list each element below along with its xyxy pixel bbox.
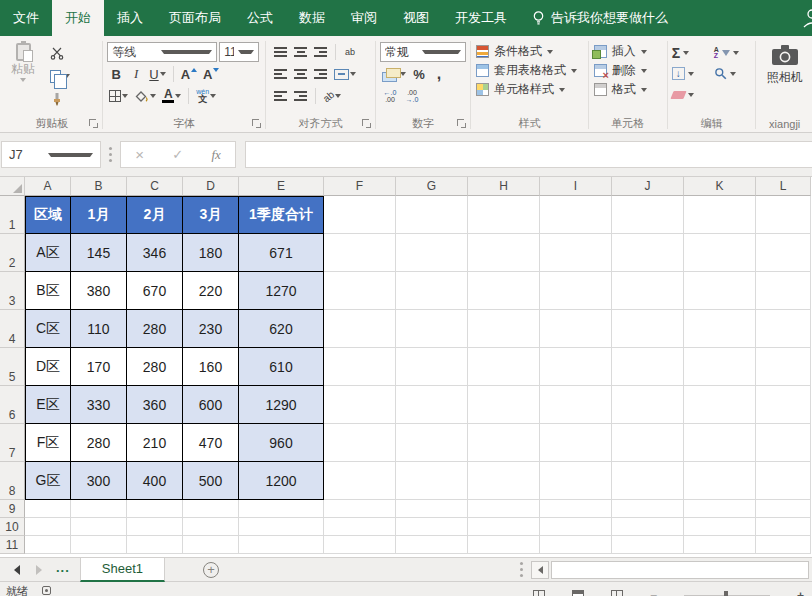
cell-D9[interactable] bbox=[183, 500, 239, 518]
cell-C1[interactable]: 2月 bbox=[127, 196, 183, 234]
cell-I8[interactable] bbox=[540, 462, 612, 500]
font-size-combo[interactable]: 11 bbox=[219, 42, 259, 62]
fill-color-button[interactable] bbox=[132, 86, 158, 106]
align-left-button[interactable] bbox=[272, 64, 290, 84]
cell-G1[interactable] bbox=[396, 196, 468, 234]
menu-tab-1[interactable]: 开始 bbox=[52, 0, 104, 36]
number-dialog-launcher[interactable] bbox=[457, 119, 466, 128]
cut-button[interactable] bbox=[48, 43, 72, 63]
column-header-G[interactable]: G bbox=[396, 177, 468, 196]
cell-D1[interactable]: 3月 bbox=[183, 196, 239, 234]
cell-L6[interactable] bbox=[756, 386, 811, 424]
cell-E10[interactable] bbox=[239, 518, 324, 536]
cell-J1[interactable] bbox=[612, 196, 684, 234]
cell-B6[interactable]: 330 bbox=[71, 386, 127, 424]
cell-E8[interactable]: 1200 bbox=[239, 462, 324, 500]
cell-D3[interactable]: 220 bbox=[183, 272, 239, 310]
borders-button[interactable] bbox=[107, 86, 130, 106]
cell-F9[interactable] bbox=[324, 500, 396, 518]
normal-view-icon[interactable] bbox=[533, 590, 545, 596]
cell-B10[interactable] bbox=[71, 518, 127, 536]
cell-H2[interactable] bbox=[468, 234, 540, 272]
decrease-decimal-button[interactable]: .00→.0 bbox=[402, 89, 422, 103]
find-select-button[interactable] bbox=[711, 67, 753, 80]
format-painter-button[interactable] bbox=[48, 89, 72, 109]
cell-E2[interactable]: 671 bbox=[239, 234, 324, 272]
column-header-J[interactable]: J bbox=[612, 177, 684, 196]
cell-F10[interactable] bbox=[324, 518, 396, 536]
cancel-button[interactable]: × bbox=[135, 146, 144, 163]
cell-K8[interactable] bbox=[684, 462, 756, 500]
cell-J11[interactable] bbox=[612, 536, 684, 554]
increase-decimal-button[interactable]: ←.0.00 bbox=[380, 89, 400, 103]
number-format-combo[interactable]: 常规 bbox=[380, 42, 466, 62]
row-header-1[interactable]: 1 bbox=[0, 196, 25, 234]
cell-A8[interactable]: G区 bbox=[25, 462, 71, 500]
enter-button[interactable]: ✓ bbox=[172, 147, 183, 162]
increase-indent-button[interactable] bbox=[292, 86, 310, 106]
cell-I6[interactable] bbox=[540, 386, 612, 424]
phonetic-guide-button[interactable]: wén文 bbox=[194, 86, 218, 106]
cell-D7[interactable]: 470 bbox=[183, 424, 239, 462]
cell-G8[interactable] bbox=[396, 462, 468, 500]
cell-C9[interactable] bbox=[127, 500, 183, 518]
account-button[interactable] bbox=[800, 0, 812, 36]
cell-K7[interactable] bbox=[684, 424, 756, 462]
cell-C6[interactable]: 360 bbox=[127, 386, 183, 424]
menu-tab-2[interactable]: 插入 bbox=[104, 0, 156, 36]
cell-D10[interactable] bbox=[183, 518, 239, 536]
wrap-text-button[interactable]: ab bbox=[341, 42, 359, 62]
column-header-A[interactable]: A bbox=[25, 177, 71, 196]
cell-J8[interactable] bbox=[612, 462, 684, 500]
formula-input[interactable] bbox=[245, 141, 812, 168]
cell-J7[interactable] bbox=[612, 424, 684, 462]
conditional-formatting-button[interactable]: 条件格式 bbox=[472, 42, 587, 61]
menu-tab-8[interactable]: 开发工具 bbox=[442, 0, 520, 36]
orientation-button[interactable]: ab bbox=[321, 86, 343, 106]
row-header-7[interactable]: 7 bbox=[0, 424, 25, 462]
cell-J10[interactable] bbox=[612, 518, 684, 536]
cell-L4[interactable] bbox=[756, 310, 811, 348]
cell-E6[interactable]: 1290 bbox=[239, 386, 324, 424]
cell-A1[interactable]: 区域 bbox=[25, 196, 71, 234]
zoom-out-button[interactable]: − bbox=[650, 589, 657, 596]
cell-A4[interactable]: C区 bbox=[25, 310, 71, 348]
cell-D5[interactable]: 160 bbox=[183, 348, 239, 386]
cell-A7[interactable]: F区 bbox=[25, 424, 71, 462]
cell-A9[interactable] bbox=[25, 500, 71, 518]
cell-C5[interactable]: 280 bbox=[127, 348, 183, 386]
column-header-D[interactable]: D bbox=[183, 177, 239, 196]
cell-K3[interactable] bbox=[684, 272, 756, 310]
alignment-dialog-launcher[interactable] bbox=[362, 119, 371, 128]
align-bottom-button[interactable] bbox=[312, 42, 330, 62]
column-header-I[interactable]: I bbox=[540, 177, 612, 196]
font-color-button[interactable]: A bbox=[160, 86, 183, 106]
column-header-F[interactable]: F bbox=[324, 177, 396, 196]
cell-D6[interactable]: 600 bbox=[183, 386, 239, 424]
cell-H4[interactable] bbox=[468, 310, 540, 348]
cell-C7[interactable]: 210 bbox=[127, 424, 183, 462]
cell-D11[interactable] bbox=[183, 536, 239, 554]
cell-I4[interactable] bbox=[540, 310, 612, 348]
align-center-button[interactable] bbox=[292, 64, 310, 84]
column-header-E[interactable]: E bbox=[239, 177, 324, 196]
percent-style-button[interactable]: % bbox=[410, 64, 428, 84]
cell-B7[interactable]: 280 bbox=[71, 424, 127, 462]
autosum-button[interactable]: Σ bbox=[669, 46, 711, 60]
cell-A3[interactable]: B区 bbox=[25, 272, 71, 310]
cell-C4[interactable]: 280 bbox=[127, 310, 183, 348]
menu-tab-7[interactable]: 视图 bbox=[390, 0, 442, 36]
tell-me-box[interactable]: 告诉我你想要做什么 bbox=[520, 0, 680, 36]
row-header-6[interactable]: 6 bbox=[0, 386, 25, 424]
cell-H8[interactable] bbox=[468, 462, 540, 500]
cell-K2[interactable] bbox=[684, 234, 756, 272]
format-as-table-button[interactable]: 套用表格格式 bbox=[472, 61, 587, 80]
cell-L3[interactable] bbox=[756, 272, 811, 310]
cell-K9[interactable] bbox=[684, 500, 756, 518]
cell-C2[interactable]: 346 bbox=[127, 234, 183, 272]
cell-F8[interactable] bbox=[324, 462, 396, 500]
cell-B2[interactable]: 145 bbox=[71, 234, 127, 272]
hscroll-left-button[interactable] bbox=[531, 561, 549, 579]
cell-H3[interactable] bbox=[468, 272, 540, 310]
cell-L8[interactable] bbox=[756, 462, 811, 500]
